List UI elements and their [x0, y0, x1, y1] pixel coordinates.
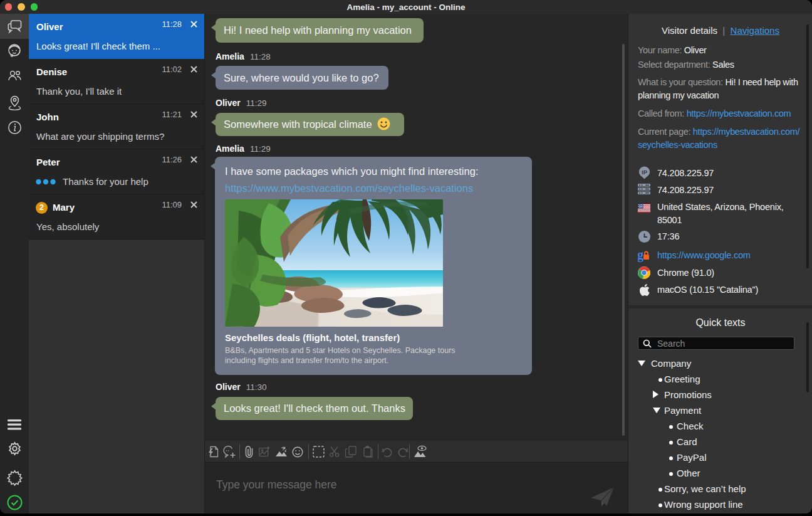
svg-text:g: g	[638, 248, 643, 262]
svg-text:IP: IP	[642, 169, 648, 176]
